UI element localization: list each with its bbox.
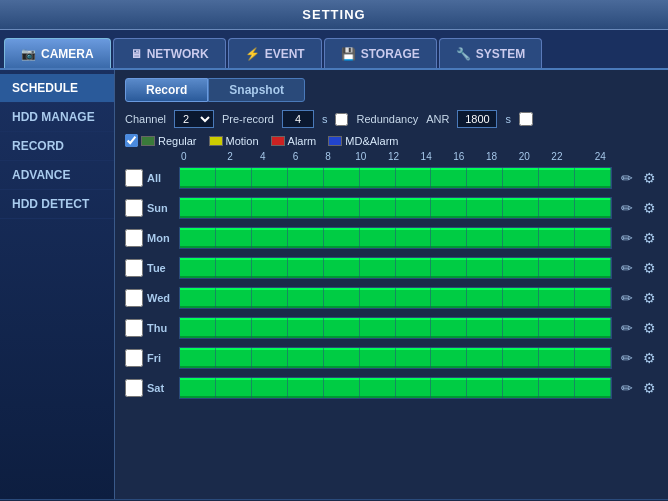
alarm-label: Alarm xyxy=(288,135,317,147)
sidebar-item-hdd-manage[interactable]: HDD MANAGE xyxy=(0,103,114,132)
all-label: All xyxy=(147,172,179,184)
tick-6: 6 xyxy=(279,151,312,162)
legend-md-alarm: MD&Alarm xyxy=(328,135,398,147)
fri-bar[interactable] xyxy=(179,347,612,369)
wed-checkbox[interactable] xyxy=(125,289,143,307)
thu-edit-btn[interactable]: ✏ xyxy=(618,319,636,337)
row-sat: Sat ✏ ⚙ xyxy=(125,374,658,402)
tick-18: 18 xyxy=(475,151,508,162)
storage-icon: 💾 xyxy=(341,47,356,61)
row-mon: Mon ✏ ⚙ xyxy=(125,224,658,252)
all-bar[interactable] xyxy=(179,167,612,189)
mon-settings-btn[interactable]: ⚙ xyxy=(640,229,658,247)
tue-checkbox[interactable] xyxy=(125,259,143,277)
all-checkbox[interactable] xyxy=(125,169,143,187)
tick-22: 22 xyxy=(541,151,574,162)
wed-grid-lines xyxy=(180,288,611,308)
sat-edit-btn[interactable]: ✏ xyxy=(618,379,636,397)
wed-label: Wed xyxy=(147,292,179,304)
system-icon: 🔧 xyxy=(456,47,471,61)
tue-actions: ✏ ⚙ xyxy=(618,259,658,277)
redundancy-checkbox[interactable] xyxy=(335,113,348,126)
thu-settings-btn[interactable]: ⚙ xyxy=(640,319,658,337)
sidebar-item-advance[interactable]: ADVANCE xyxy=(0,161,114,190)
md-alarm-color-box xyxy=(328,136,342,146)
fri-grid-lines xyxy=(180,348,611,368)
all-settings-btn[interactable]: ⚙ xyxy=(640,169,658,187)
sub-tabs: Record Snapshot xyxy=(125,78,658,102)
row-thu: Thu ✏ ⚙ xyxy=(125,314,658,342)
content-area: Record Snapshot Channel 2 Pre-record s R… xyxy=(115,70,668,499)
thu-actions: ✏ ⚙ xyxy=(618,319,658,337)
sun-label: Sun xyxy=(147,202,179,214)
sun-bar[interactable] xyxy=(179,197,612,219)
sun-settings-btn[interactable]: ⚙ xyxy=(640,199,658,217)
tick-14: 14 xyxy=(410,151,443,162)
all-edit-btn[interactable]: ✏ xyxy=(618,169,636,187)
tab-camera[interactable]: 📷 CAMERA xyxy=(4,38,111,68)
anr-input[interactable] xyxy=(457,110,497,128)
tick-2: 2 xyxy=(214,151,247,162)
row-wed: Wed ✏ ⚙ xyxy=(125,284,658,312)
sun-grid-lines xyxy=(180,198,611,218)
regular-checkbox[interactable] xyxy=(125,134,138,147)
setting-title: SETTING xyxy=(302,7,365,22)
sat-checkbox[interactable] xyxy=(125,379,143,397)
tue-edit-btn[interactable]: ✏ xyxy=(618,259,636,277)
thu-grid-lines xyxy=(180,318,611,338)
anr-checkbox[interactable] xyxy=(519,112,533,126)
wed-bar[interactable] xyxy=(179,287,612,309)
camera-icon: 📷 xyxy=(21,47,36,61)
sun-edit-btn[interactable]: ✏ xyxy=(618,199,636,217)
channel-select[interactable]: 2 xyxy=(174,110,214,128)
tick-12: 12 xyxy=(377,151,410,162)
sub-tab-snapshot[interactable]: Snapshot xyxy=(208,78,305,102)
fri-settings-btn[interactable]: ⚙ xyxy=(640,349,658,367)
mon-grid-lines xyxy=(180,228,611,248)
sat-bar[interactable] xyxy=(179,377,612,399)
sidebar-item-record[interactable]: RECORD xyxy=(0,132,114,161)
wed-edit-btn[interactable]: ✏ xyxy=(618,289,636,307)
tab-network[interactable]: 🖥 NETWORK xyxy=(113,38,226,68)
all-grid-lines xyxy=(180,168,611,188)
tick-24: 24 xyxy=(573,151,606,162)
sat-label: Sat xyxy=(147,382,179,394)
sidebar-item-hdd-detect[interactable]: HDD DETECT xyxy=(0,190,114,219)
all-actions: ✏ ⚙ xyxy=(618,169,658,187)
legend-alarm: Alarm xyxy=(271,135,317,147)
tue-settings-btn[interactable]: ⚙ xyxy=(640,259,658,277)
schedule-grid: 0 2 4 6 8 10 12 14 16 18 20 22 24 All xyxy=(125,151,658,491)
regular-color-box xyxy=(141,136,155,146)
tick-10: 10 xyxy=(344,151,377,162)
tick-0: 0 xyxy=(181,151,214,162)
motion-color-box xyxy=(209,136,223,146)
thu-bar[interactable] xyxy=(179,317,612,339)
wed-settings-btn[interactable]: ⚙ xyxy=(640,289,658,307)
tick-16: 16 xyxy=(443,151,476,162)
mon-checkbox[interactable] xyxy=(125,229,143,247)
sat-actions: ✏ ⚙ xyxy=(618,379,658,397)
legend-regular: Regular xyxy=(125,134,197,147)
tab-event[interactable]: ⚡ EVENT xyxy=(228,38,322,68)
row-tue: Tue ✏ ⚙ xyxy=(125,254,658,282)
tab-system[interactable]: 🔧 SYSTEM xyxy=(439,38,542,68)
tab-bar: 📷 CAMERA 🖥 NETWORK ⚡ EVENT 💾 STORAGE 🔧 S… xyxy=(0,30,668,70)
thu-checkbox[interactable] xyxy=(125,319,143,337)
tick-8: 8 xyxy=(312,151,345,162)
sun-checkbox[interactable] xyxy=(125,199,143,217)
sat-settings-btn[interactable]: ⚙ xyxy=(640,379,658,397)
fri-checkbox[interactable] xyxy=(125,349,143,367)
controls-row: Channel 2 Pre-record s Redundancy ANR s xyxy=(125,110,658,128)
mon-edit-btn[interactable]: ✏ xyxy=(618,229,636,247)
sub-tab-record[interactable]: Record xyxy=(125,78,208,102)
sidebar-item-schedule[interactable]: SCHEDULE xyxy=(0,74,114,103)
prerecord-input[interactable] xyxy=(282,110,314,128)
fri-edit-btn[interactable]: ✏ xyxy=(618,349,636,367)
redundancy-label: Redundancy xyxy=(356,113,418,125)
prerecord-unit: s xyxy=(322,113,328,125)
tab-storage[interactable]: 💾 STORAGE xyxy=(324,38,437,68)
mon-bar[interactable] xyxy=(179,227,612,249)
tue-bar[interactable] xyxy=(179,257,612,279)
network-icon: 🖥 xyxy=(130,47,142,61)
mon-actions: ✏ ⚙ xyxy=(618,229,658,247)
